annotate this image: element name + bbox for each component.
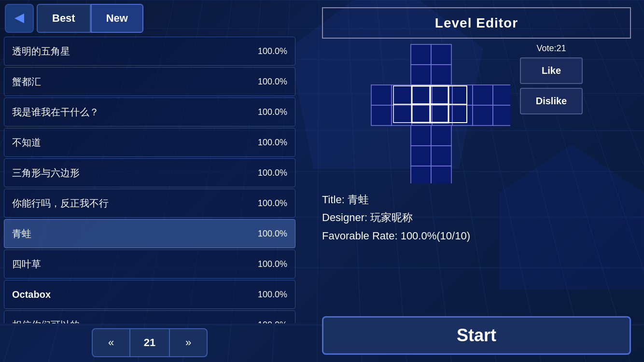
list-item-title: 三角形与六边形: [12, 167, 80, 180]
pagination: « 21 »: [0, 323, 299, 362]
svg-rect-9: [392, 85, 412, 105]
level-title-line: Title: 青蛙: [322, 191, 631, 209]
svg-rect-15: [371, 105, 392, 125]
svg-rect-7: [431, 65, 451, 85]
list-item-score: 100.0%: [258, 46, 287, 56]
svg-rect-6: [411, 65, 431, 85]
list-item[interactable]: 青蛙100.0%: [4, 219, 295, 248]
right-panel: Level Editor: [309, 0, 644, 362]
tab-best[interactable]: Best: [37, 4, 91, 33]
list-item-score: 100.0%: [258, 198, 287, 209]
list-item-title: 不知道: [12, 136, 41, 149]
list-item[interactable]: 四叶草100.0%: [4, 250, 295, 278]
designer-line: Designer: 玩家昵称: [322, 209, 631, 226]
svg-rect-4: [411, 44, 431, 65]
list-item[interactable]: 相信你们可以的100.0%: [4, 310, 295, 323]
vote-panel: Vote:21 Like Dislike: [520, 43, 583, 114]
svg-rect-22: [411, 125, 431, 146]
left-panel: Best New 透明的五角星100.0%蟹都汇100.0%我是谁我在干什么？1…: [0, 0, 299, 362]
svg-marker-2: [14, 14, 24, 23]
list-item-score: 100.0%: [258, 259, 287, 269]
svg-rect-20: [473, 105, 493, 125]
list-item-score: 100.0%: [258, 290, 287, 300]
svg-rect-24: [411, 146, 431, 166]
list-item[interactable]: 我是谁我在干什么？100.0%: [4, 97, 295, 126]
list-item-title: 青蛙: [12, 227, 31, 240]
svg-rect-26: [411, 166, 431, 183]
list-item-score: 100.0%: [258, 107, 287, 117]
like-button[interactable]: Like: [520, 57, 583, 84]
svg-rect-27: [431, 166, 451, 183]
list-item-title: Octabox: [12, 289, 51, 300]
tab-new[interactable]: New: [91, 4, 143, 33]
vote-count: Vote:21: [536, 43, 566, 54]
title-value: 青蛙: [348, 194, 369, 206]
svg-rect-10: [412, 85, 432, 105]
list-item[interactable]: 你能行吗，反正我不行100.0%: [4, 189, 295, 218]
level-preview: [370, 43, 510, 183]
svg-rect-14: [493, 85, 510, 105]
favorable-value: 100.0%(10/10): [401, 230, 470, 242]
list-item-score: 100.0%: [258, 320, 287, 324]
list-item-title: 透明的五角星: [12, 45, 70, 58]
designer-value: 玩家昵称: [370, 211, 413, 223]
list-item-score: 100.0%: [258, 138, 287, 148]
level-editor-title: Level Editor: [322, 7, 631, 39]
svg-rect-13: [473, 85, 493, 105]
prev-page-button[interactable]: «: [92, 328, 130, 357]
favorable-prefix: Favorable Rate:: [322, 230, 401, 242]
back-button[interactable]: [5, 4, 34, 33]
list-item[interactable]: 透明的五角星100.0%: [4, 37, 295, 66]
list-item-score: 100.0%: [258, 229, 287, 239]
list-item[interactable]: Octabox100.0%: [4, 280, 295, 309]
list-item-score: 100.0%: [258, 168, 287, 178]
title-prefix: Title:: [322, 194, 348, 206]
list-item-title: 我是谁我在干什么？: [12, 106, 99, 119]
list-item-score: 100.0%: [258, 77, 287, 87]
svg-rect-23: [431, 125, 451, 146]
start-button[interactable]: Start: [322, 316, 631, 355]
list-item-title: 相信你们可以的: [12, 319, 80, 324]
level-info: Title: 青蛙 Designer: 玩家昵称 Favorable Rate:…: [322, 188, 631, 247]
list-item[interactable]: 不知道100.0%: [4, 128, 295, 157]
header-tabs: Best New: [0, 0, 299, 37]
list-item-title: 你能行吗，反正我不行: [12, 197, 109, 210]
preview-area: Vote:21 Like Dislike: [322, 43, 631, 183]
current-page: 21: [130, 328, 169, 357]
dislike-button[interactable]: Dislike: [520, 88, 583, 114]
list-item-title: 四叶草: [12, 258, 41, 271]
level-list: 透明的五角星100.0%蟹都汇100.0%我是谁我在干什么？100.0%不知道1…: [0, 37, 299, 323]
designer-prefix: Designer:: [322, 211, 370, 223]
list-item[interactable]: 蟹都汇100.0%: [4, 67, 295, 96]
svg-rect-21: [493, 105, 510, 125]
svg-rect-5: [431, 44, 451, 65]
svg-rect-11: [432, 85, 452, 105]
svg-rect-25: [431, 146, 451, 166]
svg-rect-8: [371, 85, 392, 105]
favorable-line: Favorable Rate: 100.0%(10/10): [322, 227, 631, 245]
svg-rect-12: [452, 85, 473, 105]
list-item-title: 蟹都汇: [12, 75, 41, 88]
next-page-button[interactable]: »: [169, 328, 208, 357]
list-item[interactable]: 三角形与六边形100.0%: [4, 158, 295, 187]
